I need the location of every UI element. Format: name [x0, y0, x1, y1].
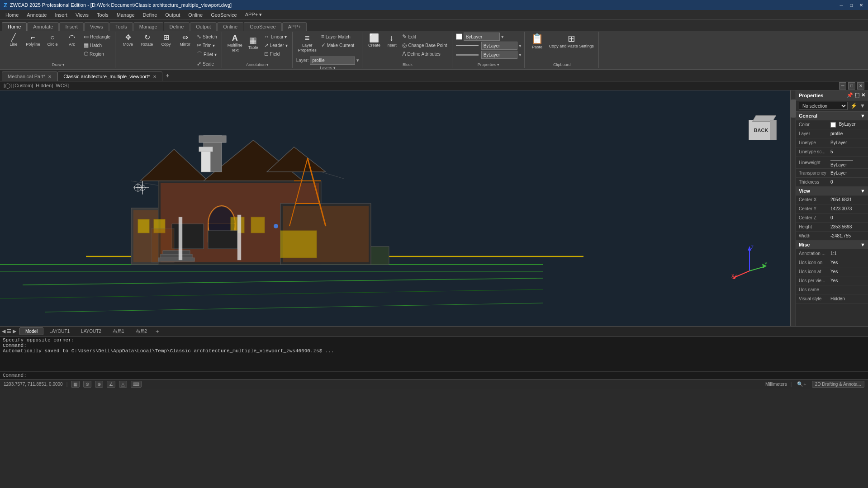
maximize-button[interactable]: □: [848, 2, 854, 8]
tab-layout-ch1[interactable]: 布局1: [107, 327, 130, 336]
menu-annotate[interactable]: Annotate: [23, 11, 50, 19]
doc-tab-classic-close[interactable]: ✕: [153, 74, 157, 79]
drawing-canvas[interactable]: BACK Z X Y: [0, 90, 790, 326]
doc-tab-mechanical[interactable]: Mechanical Part* ✕: [2, 71, 57, 81]
properties-quickselect-button[interactable]: ⚡: [850, 103, 857, 109]
tab-tools[interactable]: Tools: [109, 22, 133, 31]
menu-online[interactable]: Online: [185, 11, 206, 19]
grid-mode-button[interactable]: ▦: [71, 381, 80, 388]
stretch-button[interactable]: ⤡ Stretch: [195, 33, 219, 41]
move-button[interactable]: ✥ Move: [119, 33, 137, 48]
color-dropdown[interactable]: ByLayer: [464, 33, 500, 41]
tab-online[interactable]: Online: [217, 22, 243, 31]
tab-app[interactable]: APP+: [282, 22, 307, 31]
tab-views[interactable]: Views: [84, 22, 109, 31]
ortho-mode-button[interactable]: ⊕: [95, 381, 103, 388]
paste-button[interactable]: 📋 Paste: [528, 33, 546, 51]
add-document-tab-button[interactable]: +: [162, 70, 173, 81]
layer-dropdown-arrow[interactable]: ▾: [356, 57, 359, 63]
tab-manage[interactable]: Manage: [133, 22, 163, 31]
polar-mode-button[interactable]: ∠: [107, 381, 115, 388]
tab-annotate[interactable]: Annotate: [27, 22, 59, 31]
menu-manage[interactable]: Manage: [113, 11, 138, 19]
doc-tab-classic[interactable]: Classic architecture_multiple_viewport* …: [57, 71, 162, 81]
properties-selection-dropdown[interactable]: No selection: [799, 102, 848, 110]
arc-button[interactable]: ◠ Arc: [63, 33, 81, 48]
line-button[interactable]: ╱ Line: [5, 33, 23, 48]
menu-views[interactable]: Views: [72, 11, 92, 19]
viewport-close-button[interactable]: ✕: [857, 82, 864, 90]
color-dropdown-arrow[interactable]: ▾: [501, 34, 504, 40]
zoom-in-button[interactable]: 🔍+: [795, 381, 808, 388]
properties-close-button[interactable]: ✕: [861, 92, 865, 98]
tab-layout-ch2[interactable]: 布局2: [130, 327, 153, 336]
copy-paste-settings-button[interactable]: ⊞ Copy and Paste Settings: [547, 33, 596, 50]
multiline-text-button[interactable]: A MultilineText: [226, 33, 244, 54]
lineweight-dropdown[interactable]: ByLayer: [481, 51, 517, 59]
command-input[interactable]: [27, 373, 865, 378]
field-button[interactable]: ⊟ Field: [262, 50, 289, 58]
define-attributes-button[interactable]: A Define Attributes: [400, 50, 449, 58]
lineweight-dropdown-arrow[interactable]: ▾: [519, 52, 522, 58]
dynamic-input-button[interactable]: ⌨: [131, 381, 142, 388]
menu-define[interactable]: Define: [139, 11, 161, 19]
tab-model[interactable]: Model: [19, 327, 43, 335]
trim-button[interactable]: ✂ Trim ▾: [195, 41, 219, 49]
viewport-minimize-button[interactable]: ─: [839, 82, 846, 90]
menu-app[interactable]: APP+ ▾: [242, 11, 266, 19]
tab-layout2[interactable]: LAYOUT2: [76, 328, 107, 335]
tab-layout1[interactable]: LAYOUT1: [44, 328, 75, 335]
menu-insert[interactable]: Insert: [51, 11, 71, 19]
fillet-button[interactable]: ⌒ Fillet ▾: [195, 50, 219, 59]
props-section-misc[interactable]: Misc ▼: [796, 241, 868, 249]
tab-scroll-left[interactable]: ◀: [2, 328, 5, 334]
props-section-general[interactable]: General ▼: [796, 112, 868, 120]
snap-mode-button[interactable]: ⊙: [83, 381, 91, 388]
tab-output[interactable]: Output: [190, 22, 217, 31]
change-base-point-button[interactable]: ◎ Change Base Point: [400, 41, 449, 49]
add-layout-tab-button[interactable]: +: [153, 327, 162, 336]
rectangle-button[interactable]: ▭ Rectangle: [82, 33, 112, 41]
props-section-view[interactable]: View ▼: [796, 187, 868, 195]
properties-pin-button[interactable]: 📌: [847, 92, 853, 98]
copy-button[interactable]: ⊞ Copy: [157, 33, 175, 48]
menu-geoservice[interactable]: GeoService: [207, 11, 240, 19]
properties-float-button[interactable]: ⬚: [855, 92, 859, 98]
vertical-scrollbar[interactable]: [790, 90, 796, 326]
properties-filter-button[interactable]: ▼: [860, 103, 865, 109]
leader-button[interactable]: ↗ Leader ▾: [262, 41, 289, 49]
edit-block-button[interactable]: ✎ Edit: [400, 33, 449, 41]
tab-insert[interactable]: Insert: [59, 22, 84, 31]
tab-menu[interactable]: ☰: [7, 328, 11, 334]
insert-block-button[interactable]: ↓ Insert: [383, 33, 399, 49]
menu-home[interactable]: Home: [2, 11, 22, 19]
linear-button[interactable]: ↔ Linear ▾: [262, 33, 289, 41]
circle-button[interactable]: ○ Circle: [43, 33, 62, 48]
tab-home[interactable]: Home: [2, 22, 27, 31]
linetype-dropdown[interactable]: ByLayer: [481, 42, 517, 50]
doc-tab-mechanical-close[interactable]: ✕: [48, 74, 52, 79]
minimize-button[interactable]: ─: [838, 2, 844, 8]
navigation-cube[interactable]: BACK: [745, 113, 781, 149]
viewport-maximize-button[interactable]: □: [848, 82, 855, 90]
close-button[interactable]: ✕: [858, 2, 864, 8]
mirror-button[interactable]: ⇔ Mirror: [176, 33, 194, 48]
linetype-dropdown-arrow[interactable]: ▾: [519, 43, 522, 49]
make-current-button[interactable]: ✓ Make Current: [319, 41, 356, 49]
menu-tools[interactable]: Tools: [93, 11, 112, 19]
tab-define[interactable]: Define: [164, 22, 190, 31]
tab-scroll-right[interactable]: ▶: [13, 328, 16, 334]
hatch-button[interactable]: ▦ Hatch: [82, 41, 112, 49]
object-snap-button[interactable]: △: [119, 381, 127, 388]
table-button[interactable]: ▦ Table: [245, 33, 261, 54]
layer-dropdown[interactable]: profile: [310, 57, 355, 65]
workspace-button[interactable]: 2D Drafting & Annota...: [812, 381, 864, 388]
scrollbar-thumb[interactable]: [791, 99, 796, 118]
scale-button[interactable]: ⤢ Scale: [195, 60, 219, 68]
polyline-button[interactable]: ⌐ Polyline: [24, 33, 42, 48]
menu-output[interactable]: Output: [161, 11, 184, 19]
rotate-button[interactable]: ↻ Rotate: [138, 33, 156, 48]
layer-match-button[interactable]: ≡ Layer Match: [319, 33, 356, 41]
create-block-button[interactable]: ⬜ Create: [366, 33, 382, 49]
offset-button[interactable]: ⊟ Offset: [195, 68, 219, 69]
